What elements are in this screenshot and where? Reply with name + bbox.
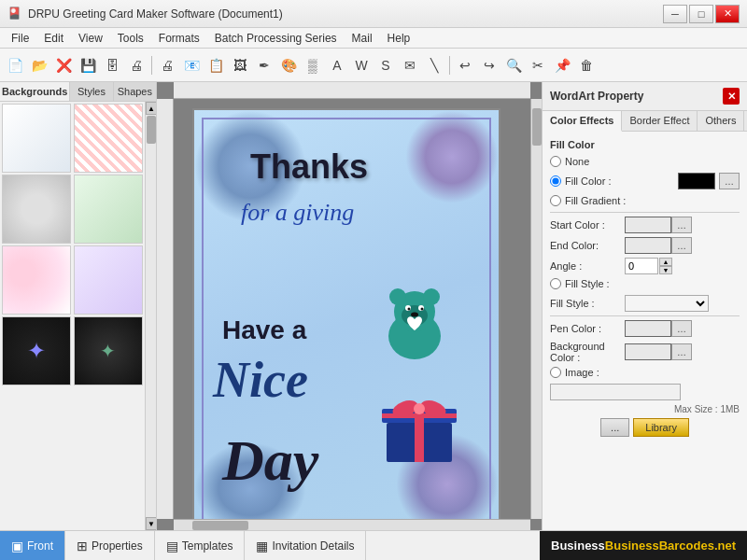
paste-button[interactable]: 📌 [551, 54, 573, 77]
text-button[interactable]: A [326, 54, 348, 77]
scroll-down-button[interactable]: ▼ [146, 517, 156, 530]
pen-color-row: Pen Color : … [550, 320, 740, 337]
scroll-up-button[interactable]: ▲ [146, 102, 156, 115]
print-button[interactable]: 🖨 [125, 54, 148, 77]
mail-button[interactable]: ✉ [399, 54, 421, 77]
hscroll-thumb[interactable] [192, 521, 248, 530]
open-button[interactable]: 📂 [28, 54, 50, 77]
menu-batch[interactable]: Batch Processing Series [207, 30, 345, 47]
tab-border-effect[interactable]: Border Effect [622, 111, 698, 131]
angle-spinners: ▲ ▼ [659, 258, 672, 274]
paint-button[interactable]: 🎨 [277, 54, 300, 77]
thumb-2[interactable] [74, 104, 143, 173]
thumb-4[interactable] [74, 175, 143, 244]
wordart-button[interactable]: W [350, 54, 373, 77]
thumb-5[interactable] [2, 245, 71, 315]
pen-color-picker-button[interactable]: … [671, 320, 692, 337]
pen-color-box[interactable] [625, 320, 671, 337]
scroll-thumb[interactable] [147, 116, 156, 144]
card-text-havea: Have a [222, 315, 306, 345]
fill-style-select[interactable] [625, 295, 709, 312]
divider-1 [550, 212, 740, 213]
library-button[interactable]: Library [633, 418, 689, 437]
thumb-1[interactable] [2, 104, 71, 173]
save-button[interactable]: 💾 [77, 54, 99, 77]
redo-button[interactable]: ↪ [478, 54, 500, 77]
close-doc-button[interactable]: ❌ [52, 54, 75, 77]
window-title: DRPU Greeting Card Maker Software (Docum… [28, 7, 663, 21]
tab-templates[interactable]: ▤ Templates [155, 531, 246, 560]
barcode-button[interactable]: ▒ [302, 54, 324, 77]
zoom-button[interactable]: 🔍 [502, 54, 525, 77]
email-button[interactable]: 📧 [180, 54, 203, 77]
tab-invitation-details[interactable]: ▦ Invitation Details [245, 531, 366, 560]
thumb-7[interactable]: ✦ [2, 316, 71, 385]
angle-up-button[interactable]: ▲ [659, 258, 672, 266]
undo-button[interactable]: ↩ [454, 54, 476, 77]
new-button[interactable]: 📄 [4, 54, 26, 77]
pen-button[interactable]: ✒ [253, 54, 275, 77]
vscroll-thumb[interactable] [532, 108, 542, 146]
tab-shapes[interactable]: Shapes [114, 82, 156, 101]
angle-down-button[interactable]: ▼ [659, 266, 672, 274]
canvas-viewport[interactable]: Thanks for a giving Have a Nice Day [174, 99, 530, 519]
fill-gradient-radio[interactable] [550, 195, 561, 206]
line-button[interactable]: ╲ [423, 54, 445, 77]
image-button[interactable]: 🖼 [229, 54, 251, 77]
bg-color-box[interactable] [625, 343, 671, 360]
thumb-8[interactable]: ✦ [74, 316, 143, 385]
delete-button[interactable]: 🗑 [575, 54, 598, 77]
tab-properties[interactable]: ⊞ Properties [65, 531, 155, 560]
angle-input[interactable]: 0 [625, 258, 658, 274]
panel-tabs: Backgrounds Styles Shapes [0, 82, 156, 102]
maximize-button[interactable]: □ [689, 5, 713, 23]
menu-edit[interactable]: Edit [36, 30, 71, 47]
tab-color-effects[interactable]: Color Effects [543, 111, 622, 132]
fill-color-box[interactable] [678, 173, 715, 189]
brand-url: BusinessBarcodes.net [605, 539, 736, 553]
minimize-button[interactable]: ─ [663, 5, 687, 23]
tab-backgrounds[interactable]: Backgrounds [0, 82, 70, 101]
panel-title: WordArt Property [550, 90, 643, 103]
cut-button[interactable]: ✂ [527, 54, 549, 77]
scroll-track [146, 115, 156, 517]
start-color-picker-button[interactable]: … [671, 217, 692, 233]
none-radio[interactable] [550, 156, 561, 167]
bg-color-picker-button[interactable]: … [671, 343, 692, 360]
menu-view[interactable]: View [71, 30, 110, 47]
end-color-box[interactable] [625, 237, 671, 254]
menu-file[interactable]: File [4, 30, 36, 47]
shape-button[interactable]: S [374, 54, 397, 77]
bottom-buttons: ... Library [550, 418, 740, 437]
image-radio[interactable] [550, 367, 561, 378]
tab-front[interactable]: ▣ Front [0, 531, 65, 560]
fill-color-radio[interactable] [550, 175, 561, 187]
horizontal-scrollbar[interactable] [174, 519, 530, 530]
menu-mail[interactable]: Mail [345, 30, 380, 47]
print2-button[interactable]: 🖨 [156, 54, 178, 77]
panel-header: WordArt Property ✕ [543, 82, 747, 111]
tab-others[interactable]: Others [698, 111, 744, 131]
invitation-icon: ▦ [256, 539, 268, 553]
panel-close-button[interactable]: ✕ [723, 88, 740, 105]
copy-button[interactable]: 📋 [204, 54, 227, 77]
thumb-3[interactable] [2, 175, 71, 244]
fill-style-radio[interactable] [550, 278, 561, 289]
save-as-button[interactable]: 🗄 [101, 54, 123, 77]
separator-1 [151, 56, 152, 75]
vertical-scrollbar[interactable] [530, 99, 542, 519]
menu-tools[interactable]: Tools [110, 30, 151, 47]
menu-formats[interactable]: Formats [151, 30, 207, 47]
card-canvas[interactable]: Thanks for a giving Have a Nice Day [192, 108, 500, 519]
menu-help[interactable]: Help [380, 30, 418, 47]
tab-styles[interactable]: Styles [70, 82, 113, 101]
fill-gradient-row: Fill Gradient : [550, 195, 740, 206]
fill-color-picker-button[interactable]: … [719, 173, 740, 189]
close-button[interactable]: ✕ [715, 5, 740, 23]
angle-control: 0 ▲ ▼ [625, 258, 672, 274]
start-color-box[interactable] [625, 217, 671, 233]
action-button[interactable]: ... [600, 418, 629, 437]
thumb-6[interactable] [74, 245, 143, 315]
image-input[interactable] [550, 384, 681, 400]
end-color-picker-button[interactable]: … [671, 237, 692, 254]
